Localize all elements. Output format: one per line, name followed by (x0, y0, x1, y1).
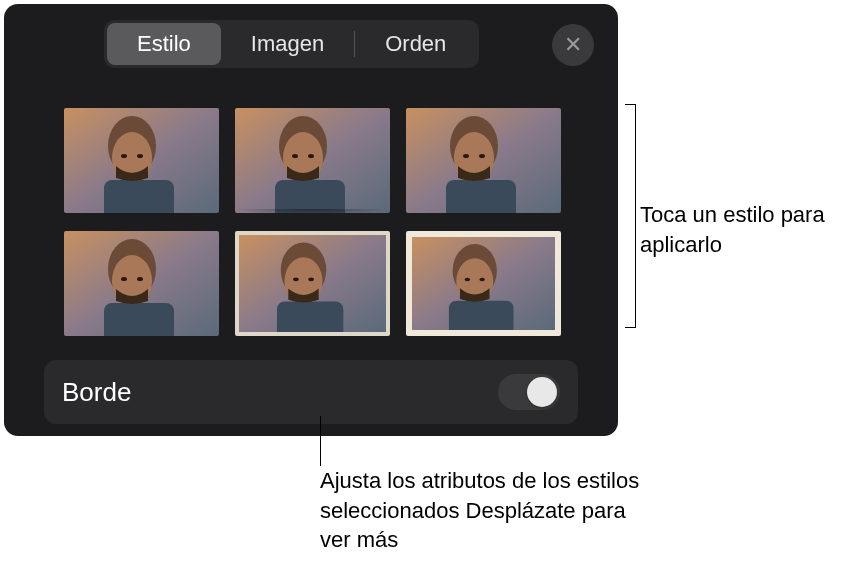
svg-point-17 (479, 154, 485, 158)
toggle-knob (527, 377, 557, 407)
svg-rect-21 (104, 303, 174, 336)
style-tile-reflection[interactable] (406, 108, 561, 213)
tab-bar: Estilo Imagen Orden ✕ (32, 20, 590, 68)
tab-style[interactable]: Estilo (107, 23, 221, 65)
thumbnail-icon (64, 108, 219, 213)
tab-image[interactable]: Imagen (221, 23, 354, 65)
svg-point-28 (293, 277, 299, 281)
svg-point-16 (463, 154, 469, 158)
svg-point-35 (479, 278, 485, 282)
callout-tap-style: Toca un estilo para aplicarlo (640, 200, 840, 259)
style-tile-frame-white[interactable] (406, 231, 561, 336)
style-tile-shadow[interactable] (235, 108, 390, 213)
svg-point-23 (137, 277, 143, 281)
svg-rect-15 (446, 180, 516, 213)
format-panel: Estilo Imagen Orden ✕ (4, 4, 618, 436)
segmented-control: Estilo Imagen Orden (104, 20, 479, 68)
svg-point-5 (137, 154, 143, 158)
style-tile-frame-thin[interactable] (235, 231, 390, 336)
thumbnail-icon (64, 231, 219, 336)
thumbnail-icon (412, 237, 555, 330)
close-icon: ✕ (564, 32, 582, 58)
border-toggle[interactable] (498, 374, 560, 410)
svg-rect-33 (449, 301, 514, 330)
style-tile-frame-dark[interactable] (64, 231, 219, 336)
tab-order[interactable]: Orden (355, 23, 476, 65)
callout-bracket (620, 104, 636, 328)
border-label: Borde (62, 377, 131, 408)
thumbnail-icon (239, 235, 386, 332)
styles-grid (64, 108, 590, 336)
svg-point-22 (121, 277, 127, 281)
thumbnail-icon (235, 108, 390, 213)
svg-rect-9 (275, 180, 345, 213)
svg-point-11 (308, 154, 314, 158)
svg-point-29 (308, 277, 314, 281)
close-button[interactable]: ✕ (552, 24, 594, 66)
callout-leader (320, 416, 321, 466)
thumbnail-icon (406, 108, 561, 213)
style-tile-plain[interactable] (64, 108, 219, 213)
callout-adjust-attributes: Ajusta los atributos de los estilos sele… (320, 466, 640, 555)
svg-point-10 (292, 154, 298, 158)
svg-rect-27 (277, 302, 343, 332)
svg-rect-3 (104, 180, 174, 213)
svg-point-4 (121, 154, 127, 158)
border-row: Borde (44, 360, 578, 424)
svg-point-34 (465, 278, 471, 282)
